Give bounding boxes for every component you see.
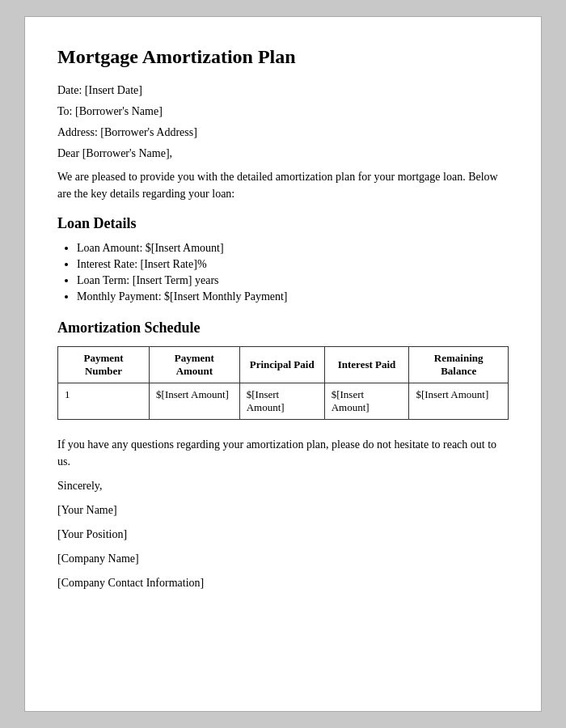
amortization-table: Payment Number Payment Amount Principal … [57,346,509,420]
your-name: [Your Name] [57,504,509,517]
date-line: Date: [Insert Date] [57,84,509,97]
company-name: [Company Name] [57,552,509,565]
table-cell: $[Insert Amount] [324,383,409,420]
table-header-row: Payment Number Payment Amount Principal … [58,347,509,383]
to-line: To: [Borrower's Name] [57,105,509,118]
loan-detail-item: Loan Amount: $[Insert Amount] [77,242,509,255]
intro-text: We are pleased to provide you with the d… [57,168,509,202]
table-cell: 1 [58,383,150,420]
col-remaining-balance: Remaining Balance [409,347,509,383]
document-title: Mortgage Amortization Plan [57,46,509,68]
closing-text: If you have any questions regarding your… [57,436,509,470]
loan-details-list: Loan Amount: $[Insert Amount]Interest Ra… [77,242,509,303]
col-payment-amount: Payment Amount [150,347,240,383]
col-interest-paid: Interest Paid [324,347,409,383]
your-position: [Your Position] [57,528,509,541]
col-principal-paid: Principal Paid [239,347,324,383]
table-cell: $[Insert Amount] [150,383,240,420]
address-line: Address: [Borrower's Address] [57,126,509,139]
loan-detail-item: Monthly Payment: $[Insert Monthly Paymen… [77,290,509,303]
table-cell: $[Insert Amount] [409,383,509,420]
table-row: 1$[Insert Amount]$[Insert Amount]$[Inser… [58,383,509,420]
loan-detail-item: Interest Rate: [Insert Rate]% [77,258,509,271]
loan-detail-item: Loan Term: [Insert Term] years [77,274,509,287]
sincerely: Sincerely, [57,480,509,493]
table-cell: $[Insert Amount] [239,383,324,420]
salutation: Dear [Borrower's Name], [57,147,509,160]
schedule-title: Amortization Schedule [57,320,509,336]
company-contact: [Company Contact Information] [57,577,509,590]
col-payment-number: Payment Number [58,347,150,383]
loan-details-title: Loan Details [57,215,509,232]
document-page: Mortgage Amortization Plan Date: [Insert… [24,16,542,712]
